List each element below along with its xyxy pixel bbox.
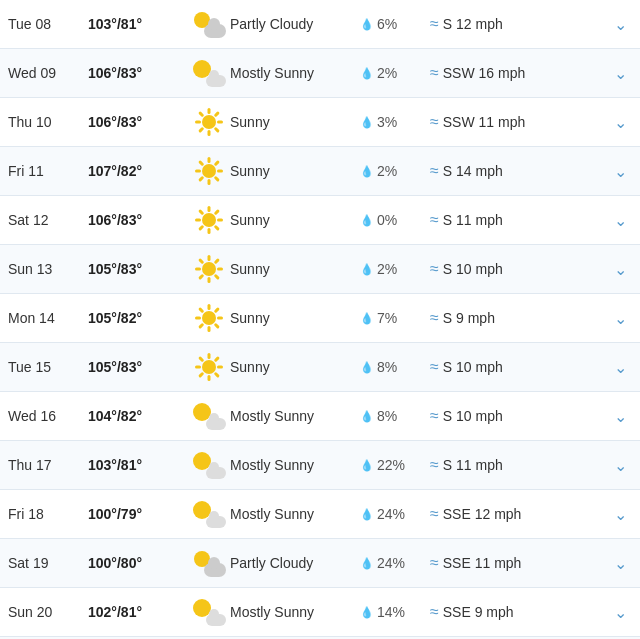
temperature: 106°/83°	[88, 65, 188, 81]
precipitation: 💧22%	[360, 457, 430, 473]
weather-icon	[188, 451, 230, 479]
precipitation: 💧3%	[360, 114, 430, 130]
weather-row: Sun 20102°/81°Mostly Sunny💧14%≈SSE 9 mph…	[0, 588, 640, 637]
temperature: 100°/80°	[88, 555, 188, 571]
precipitation: 💧2%	[360, 261, 430, 277]
precipitation: 💧2%	[360, 65, 430, 81]
condition-label: Partly Cloudy	[230, 555, 360, 571]
wind-icon: ≈	[430, 162, 439, 180]
weather-icon	[188, 59, 230, 87]
expand-chevron[interactable]: ⌄	[608, 64, 632, 83]
date-label: Mon 14	[8, 310, 88, 326]
precipitation: 💧2%	[360, 163, 430, 179]
wind-icon: ≈	[430, 309, 439, 327]
wind-icon: ≈	[430, 260, 439, 278]
condition-label: Sunny	[230, 310, 360, 326]
date-label: Sun 20	[8, 604, 88, 620]
date-label: Thu 17	[8, 457, 88, 473]
wind-icon: ≈	[430, 64, 439, 82]
wind-info: ≈S 12 mph	[430, 15, 608, 33]
wind-icon: ≈	[430, 113, 439, 131]
precipitation: 💧24%	[360, 506, 430, 522]
temperature: 103°/81°	[88, 16, 188, 32]
weather-icon	[188, 598, 230, 626]
expand-chevron[interactable]: ⌄	[608, 554, 632, 573]
wind-info: ≈S 11 mph	[430, 456, 608, 474]
wind-icon: ≈	[430, 603, 439, 621]
weather-icon	[188, 549, 230, 577]
weather-row: Mon 14105°/82°Sunny💧7%≈S 9 mph⌄	[0, 294, 640, 343]
wind-icon: ≈	[430, 211, 439, 229]
precipitation: 💧14%	[360, 604, 430, 620]
date-label: Sun 13	[8, 261, 88, 277]
condition-label: Mostly Sunny	[230, 408, 360, 424]
wind-info: ≈SSE 11 mph	[430, 554, 608, 572]
precipitation: 💧0%	[360, 212, 430, 228]
expand-chevron[interactable]: ⌄	[608, 456, 632, 475]
precipitation: 💧6%	[360, 16, 430, 32]
condition-label: Mostly Sunny	[230, 506, 360, 522]
weather-icon	[188, 255, 230, 283]
temperature: 102°/81°	[88, 604, 188, 620]
date-label: Wed 09	[8, 65, 88, 81]
wind-info: ≈S 14 mph	[430, 162, 608, 180]
date-label: Sat 12	[8, 212, 88, 228]
condition-label: Mostly Sunny	[230, 65, 360, 81]
condition-label: Mostly Sunny	[230, 604, 360, 620]
condition-label: Mostly Sunny	[230, 457, 360, 473]
weather-icon	[188, 402, 230, 430]
wind-info: ≈SSW 11 mph	[430, 113, 608, 131]
precipitation: 💧8%	[360, 408, 430, 424]
expand-chevron[interactable]: ⌄	[608, 260, 632, 279]
date-label: Wed 16	[8, 408, 88, 424]
expand-chevron[interactable]: ⌄	[608, 603, 632, 622]
condition-label: Sunny	[230, 261, 360, 277]
expand-chevron[interactable]: ⌄	[608, 113, 632, 132]
expand-chevron[interactable]: ⌄	[608, 15, 632, 34]
weather-row: Wed 16104°/82°Mostly Sunny💧8%≈S 10 mph⌄	[0, 392, 640, 441]
date-label: Tue 08	[8, 16, 88, 32]
temperature: 106°/83°	[88, 212, 188, 228]
weather-row: Thu 17103°/81°Mostly Sunny💧22%≈S 11 mph⌄	[0, 441, 640, 490]
weather-icon	[188, 304, 230, 332]
weather-row: Wed 09106°/83°Mostly Sunny💧2%≈SSW 16 mph…	[0, 49, 640, 98]
temperature: 104°/82°	[88, 408, 188, 424]
weather-row: Fri 11107°/82°Sunny💧2%≈S 14 mph⌄	[0, 147, 640, 196]
precipitation: 💧24%	[360, 555, 430, 571]
expand-chevron[interactable]: ⌄	[608, 407, 632, 426]
wind-info: ≈SSW 16 mph	[430, 64, 608, 82]
wind-info: ≈S 10 mph	[430, 407, 608, 425]
expand-chevron[interactable]: ⌄	[608, 211, 632, 230]
wind-icon: ≈	[430, 456, 439, 474]
weather-icon	[188, 10, 230, 38]
wind-info: ≈S 11 mph	[430, 211, 608, 229]
weather-icon	[188, 353, 230, 381]
wind-icon: ≈	[430, 15, 439, 33]
wind-icon: ≈	[430, 407, 439, 425]
wind-icon: ≈	[430, 505, 439, 523]
expand-chevron[interactable]: ⌄	[608, 505, 632, 524]
precipitation: 💧8%	[360, 359, 430, 375]
condition-label: Partly Cloudy	[230, 16, 360, 32]
weather-row: Fri 18100°/79°Mostly Sunny💧24%≈SSE 12 mp…	[0, 490, 640, 539]
temperature: 105°/83°	[88, 359, 188, 375]
weather-row: Sat 12106°/83°Sunny💧0%≈S 11 mph⌄	[0, 196, 640, 245]
weather-row: Sat 19100°/80°Partly Cloudy💧24%≈SSE 11 m…	[0, 539, 640, 588]
wind-icon: ≈	[430, 358, 439, 376]
condition-label: Sunny	[230, 212, 360, 228]
date-label: Thu 10	[8, 114, 88, 130]
wind-info: ≈SSE 12 mph	[430, 505, 608, 523]
weather-icon	[188, 500, 230, 528]
wind-info: ≈S 10 mph	[430, 260, 608, 278]
expand-chevron[interactable]: ⌄	[608, 309, 632, 328]
wind-info: ≈SSE 9 mph	[430, 603, 608, 621]
temperature: 107°/82°	[88, 163, 188, 179]
weather-row: Tue 15105°/83°Sunny💧8%≈S 10 mph⌄	[0, 343, 640, 392]
weather-row: Thu 10106°/83°Sunny💧3%≈SSW 11 mph⌄	[0, 98, 640, 147]
wind-icon: ≈	[430, 554, 439, 572]
weather-icon	[188, 108, 230, 136]
temperature: 106°/83°	[88, 114, 188, 130]
wind-info: ≈S 10 mph	[430, 358, 608, 376]
expand-chevron[interactable]: ⌄	[608, 358, 632, 377]
expand-chevron[interactable]: ⌄	[608, 162, 632, 181]
